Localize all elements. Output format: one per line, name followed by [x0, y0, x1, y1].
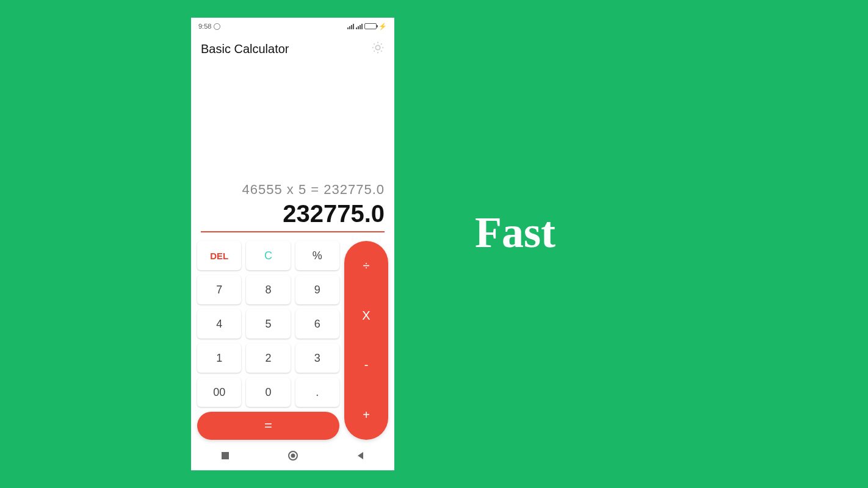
battery-icon [364, 23, 377, 29]
svg-line-3 [374, 43, 374, 44]
digit-8-button[interactable]: 8 [246, 275, 290, 304]
result-text: 232775.0 [198, 200, 387, 231]
home-button[interactable] [281, 450, 305, 464]
signal-icon-2 [356, 23, 363, 29]
minus-button[interactable]: - [344, 350, 388, 381]
digit-3-button[interactable]: 3 [295, 343, 339, 373]
status-bar: 9:58 ⚡ [191, 18, 394, 35]
svg-line-8 [381, 43, 382, 44]
phone-frame: 9:58 ⚡ Basic Calculator 46555 x 5 = 2327… [191, 18, 394, 470]
promo-headline: Fast [475, 207, 555, 258]
digit-6-button[interactable]: 6 [295, 309, 339, 339]
settings-status-icon [214, 23, 220, 30]
delete-button[interactable]: DEL [197, 241, 241, 270]
equals-button[interactable]: = [197, 412, 339, 440]
status-right: ⚡ [347, 23, 387, 30]
svg-point-0 [375, 45, 380, 49]
decimal-button[interactable]: . [295, 378, 339, 407]
svg-line-7 [374, 51, 374, 51]
android-nav-bar [191, 446, 394, 470]
brightness-icon[interactable] [371, 41, 385, 57]
app-header: Basic Calculator [191, 35, 394, 60]
digit-9-button[interactable]: 9 [295, 275, 339, 304]
svg-rect-9 [222, 452, 229, 459]
multiply-button[interactable]: X [344, 300, 388, 331]
digit-1-button[interactable]: 1 [197, 343, 241, 373]
expression-text: 46555 x 5 = 232775.0 [198, 179, 387, 200]
digit-4-button[interactable]: 4 [197, 309, 241, 339]
operators-column: ÷ X - + [344, 241, 388, 440]
app-title: Basic Calculator [201, 42, 289, 56]
svg-marker-12 [358, 452, 363, 459]
plus-button[interactable]: + [344, 400, 388, 431]
clear-button[interactable]: C [246, 241, 290, 270]
svg-point-11 [291, 454, 295, 458]
display-underline [201, 231, 385, 232]
digit-00-button[interactable]: 00 [197, 378, 241, 407]
percent-button[interactable]: % [295, 241, 339, 270]
display-area: 46555 x 5 = 232775.0 232775.0 [191, 60, 394, 236]
charging-icon: ⚡ [378, 23, 387, 30]
status-time: 9:58 [198, 23, 211, 30]
svg-line-4 [381, 51, 382, 51]
digit-2-button[interactable]: 2 [246, 343, 290, 373]
back-button[interactable] [349, 451, 373, 463]
recents-button[interactable] [213, 451, 237, 463]
signal-icon-1 [347, 23, 354, 29]
digit-5-button[interactable]: 5 [246, 309, 290, 339]
keypad: DEL C % ÷ X - + 7 8 9 4 5 6 1 2 3 00 0 .… [191, 236, 394, 446]
status-left: 9:58 [198, 23, 220, 30]
divide-button[interactable]: ÷ [344, 250, 388, 281]
digit-0-button[interactable]: 0 [246, 378, 290, 407]
digit-7-button[interactable]: 7 [197, 275, 241, 304]
